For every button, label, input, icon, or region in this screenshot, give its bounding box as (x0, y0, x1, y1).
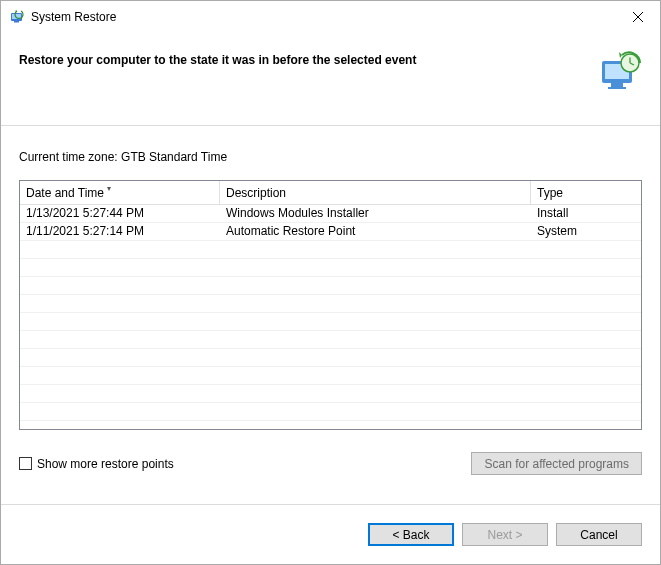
page-heading: Restore your computer to the state it wa… (19, 49, 586, 67)
column-header-datetime[interactable]: Date and Time ▾ (20, 181, 220, 204)
table-row-empty (20, 349, 641, 367)
table-row-empty (20, 367, 641, 385)
content-area: Current time zone: GTB Standard Time Dat… (1, 125, 660, 504)
table-row-empty (20, 295, 641, 313)
table-row[interactable]: 1/11/2021 5:27:14 PMAutomatic Restore Po… (20, 223, 641, 241)
close-icon (633, 12, 643, 22)
show-more-label: Show more restore points (37, 457, 174, 471)
cell-type: Install (531, 205, 641, 222)
table-row-empty (20, 241, 641, 259)
show-more-checkbox[interactable]: Show more restore points (19, 457, 174, 471)
svg-rect-2 (14, 21, 19, 23)
restore-app-icon (9, 9, 25, 25)
table-row-empty (20, 403, 641, 421)
back-button[interactable]: < Back (368, 523, 454, 546)
checkbox-box (19, 457, 32, 470)
cell-datetime: 1/13/2021 5:27:44 PM (20, 205, 220, 222)
cancel-button[interactable]: Cancel (556, 523, 642, 546)
window-title: System Restore (31, 10, 615, 24)
wizard-footer: < Back Next > Cancel (1, 504, 660, 564)
column-header-type[interactable]: Type (531, 181, 641, 204)
table-header: Date and Time ▾ Description Type (20, 181, 641, 205)
scan-affected-programs-button: Scan for affected programs (471, 452, 642, 475)
system-restore-window: System Restore Restore your computer to … (0, 0, 661, 565)
cell-type: System (531, 223, 641, 240)
column-header-datetime-label: Date and Time (26, 186, 104, 200)
svg-rect-8 (608, 87, 626, 89)
sort-descending-icon: ▾ (107, 184, 111, 193)
cell-datetime: 1/11/2021 5:27:14 PM (20, 223, 220, 240)
next-button: Next > (462, 523, 548, 546)
svg-rect-7 (611, 83, 623, 87)
table-row-empty (20, 313, 641, 331)
restore-points-table: Date and Time ▾ Description Type 1/13/20… (19, 180, 642, 430)
table-body: 1/13/2021 5:27:44 PMWindows Modules Inst… (20, 205, 641, 429)
table-footer-controls: Show more restore points Scan for affect… (19, 452, 642, 475)
column-header-description[interactable]: Description (220, 181, 531, 204)
titlebar: System Restore (1, 1, 660, 33)
cell-description: Windows Modules Installer (220, 205, 531, 222)
cell-description: Automatic Restore Point (220, 223, 531, 240)
header-section: Restore your computer to the state it wa… (1, 33, 660, 95)
timezone-label: Current time zone: GTB Standard Time (19, 150, 642, 164)
table-row-empty (20, 331, 641, 349)
table-row-empty (20, 259, 641, 277)
restore-hero-icon (596, 49, 642, 95)
close-button[interactable] (615, 2, 660, 32)
table-row[interactable]: 1/13/2021 5:27:44 PMWindows Modules Inst… (20, 205, 641, 223)
table-row-empty (20, 385, 641, 403)
table-row-empty (20, 277, 641, 295)
